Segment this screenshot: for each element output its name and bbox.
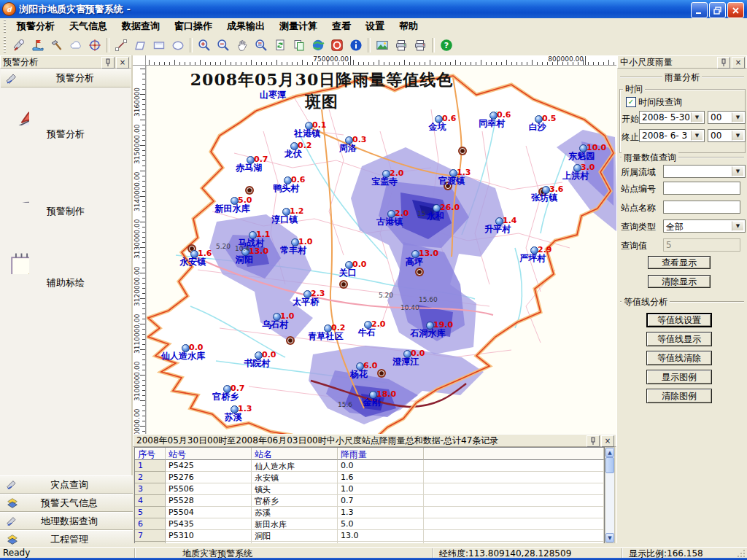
rainfall-cell: 1.1	[338, 542, 424, 543]
locate-icon[interactable]	[86, 36, 104, 54]
sidebar-item-1[interactable]: 预警分析	[0, 98, 131, 141]
contour-settings-button[interactable]: 等值线设置	[646, 313, 712, 327]
scroll-down-icon[interactable]: ▼	[605, 533, 614, 542]
column-header-3[interactable]: 站名	[252, 448, 338, 460]
pin-icon[interactable]	[101, 57, 115, 69]
pan-icon[interactable]	[233, 36, 251, 54]
polygon-tool-icon[interactable]	[131, 36, 149, 54]
info-icon[interactable]	[347, 36, 365, 54]
scroll-up-icon[interactable]: ▲	[605, 448, 614, 457]
zoom-out-icon[interactable]	[214, 36, 232, 54]
bottom-bar-4[interactable]: 工程管理	[0, 530, 133, 548]
map-canvas[interactable]: 2008年05月30日降雨量等值线色斑图 山枣潭 0.1社港镇0.3周洛0.2龙…	[146, 66, 616, 435]
print-preview-icon[interactable]	[411, 36, 429, 54]
field-input-3[interactable]	[663, 201, 740, 214]
bottom-bar-2[interactable]: 预警天气信息	[0, 494, 133, 512]
start-date-combo[interactable]: 2008- 5-30▼	[639, 111, 705, 124]
field-combo-1[interactable]: ▼	[663, 165, 746, 178]
chevron-down-icon[interactable]: ▼	[691, 131, 703, 141]
field-label: 查询类型	[621, 221, 656, 233]
column-header-4[interactable]: 降雨量	[338, 448, 424, 460]
table-row[interactable]: 3P5506镇头1.0	[135, 483, 604, 495]
line-tool-icon[interactable]	[112, 36, 130, 54]
refresh-icon[interactable]	[271, 36, 289, 54]
end-date-combo[interactable]: 2008- 6- 3▼	[639, 129, 705, 142]
close-button[interactable]	[727, 2, 744, 18]
sidebar-item-2[interactable]: 预警制作	[0, 175, 131, 218]
globe-icon[interactable]	[309, 36, 327, 54]
zoom-extent-icon[interactable]	[252, 36, 270, 54]
chevron-down-icon[interactable]: ▼	[732, 166, 744, 176]
clear-display-button[interactable]: 清除显示	[648, 275, 711, 288]
notepad-icon	[0, 246, 131, 274]
left-ruler: 31600003150000.003140000.003130000.00312…	[133, 66, 146, 435]
start-hour-combo[interactable]: 00▼	[708, 111, 746, 124]
image-icon[interactable]	[374, 36, 391, 54]
toolbar-grip[interactable]	[2, 36, 7, 53]
bottom-bar-1[interactable]: 灾点查询	[0, 475, 133, 494]
satellite-icon[interactable]	[10, 36, 28, 54]
copy-icon[interactable]	[290, 36, 308, 54]
hammer-icon[interactable]	[48, 36, 66, 54]
close-icon[interactable]: ×	[116, 57, 129, 69]
station-name-label: 青草社区	[309, 330, 344, 343]
end-hour-combo[interactable]: 00▼	[708, 129, 746, 142]
minimize-button[interactable]	[691, 2, 708, 18]
column-header-2[interactable]: 站号	[166, 448, 252, 460]
table-row[interactable]: 7P5310洞阳13.0	[135, 530, 604, 542]
menu-item-8[interactable]: 设置	[358, 19, 392, 33]
zoom-in-icon[interactable]	[196, 36, 213, 54]
pin-icon[interactable]	[587, 435, 600, 447]
show-display-button[interactable]: 查看显示	[648, 256, 711, 269]
flag-icon[interactable]	[29, 36, 47, 54]
menu-item-5[interactable]: 成果输出	[220, 19, 272, 33]
menu-item-9[interactable]: 帮助	[392, 19, 425, 33]
contour-show-button[interactable]: 等值线显示	[646, 332, 712, 346]
menu-item-3[interactable]: 数据查询	[115, 19, 167, 33]
restore-button[interactable]	[709, 2, 726, 18]
table-row[interactable]: 6P5435新田水库5.0	[135, 518, 604, 530]
chevron-down-icon[interactable]: ▼	[691, 112, 703, 122]
contour-clear-button[interactable]: 等值线清除	[646, 351, 712, 365]
menu-item-1[interactable]: 预警分析	[9, 19, 62, 33]
column-header-1[interactable]: 序号	[135, 448, 166, 460]
chevron-down-icon[interactable]: ▼	[732, 131, 744, 141]
table-row[interactable]: 5P5504苏溪1.3	[135, 507, 604, 518]
cloud-icon[interactable]	[67, 36, 85, 54]
chevron-down-icon[interactable]: ▼	[732, 221, 744, 231]
clear-legend-button[interactable]: 清除图例	[646, 389, 712, 403]
rect-tool-icon[interactable]	[150, 36, 168, 54]
status-bar: Ready 地质灾害预警系统 经纬度:113.809140,28.128509 …	[0, 547, 747, 559]
table-row[interactable]: 8P5317马战村1.1	[135, 542, 604, 543]
ellipse-tool-icon[interactable]	[169, 36, 187, 54]
bottom-bar-3[interactable]: 地理数据查询	[0, 512, 133, 530]
field-input-2[interactable]	[663, 182, 740, 195]
station-name-cell: 苏溪	[252, 507, 338, 518]
table-row[interactable]: 2P5276永安镇1.6	[135, 472, 604, 483]
station-name-label: 上洪村	[562, 170, 589, 182]
print-icon[interactable]	[392, 36, 410, 54]
close-icon[interactable]: ×	[732, 57, 745, 69]
menu-item-6[interactable]: 测量计算	[272, 19, 325, 33]
scroll-thumb[interactable]	[605, 457, 614, 473]
chevron-down-icon[interactable]: ▼	[732, 112, 744, 122]
stop-icon[interactable]	[328, 36, 346, 54]
table-row[interactable]: 1P5425仙人造水库0.0	[135, 460, 604, 472]
menu-item-7[interactable]: 查看	[325, 19, 358, 33]
sidebar-item-3[interactable]: 辅助标绘	[0, 246, 131, 289]
table-row[interactable]: 4P5528官桥乡0.7	[135, 495, 604, 507]
time-range-checkbox[interactable]: ✓	[626, 97, 636, 107]
menu-grip[interactable]	[2, 20, 7, 33]
station-name-label: 社港镇	[294, 128, 320, 140]
menu-item-4[interactable]: 窗口操作	[167, 19, 220, 33]
table-scrollbar[interactable]: ▲ ▼	[605, 447, 615, 543]
show-legend-button[interactable]: 显示图例	[646, 370, 712, 384]
station-name-label: 高坪	[406, 256, 423, 268]
left-panel-group-header[interactable]: 预警分析	[1, 69, 131, 88]
help-icon[interactable]: ?	[438, 36, 455, 54]
field-combo-4[interactable]: 全部▼	[663, 219, 746, 233]
close-icon[interactable]: ×	[601, 435, 614, 447]
contour-value-label: 10.4	[235, 245, 249, 252]
menu-item-2[interactable]: 天气信息	[62, 19, 115, 33]
pin-icon[interactable]	[717, 57, 730, 69]
